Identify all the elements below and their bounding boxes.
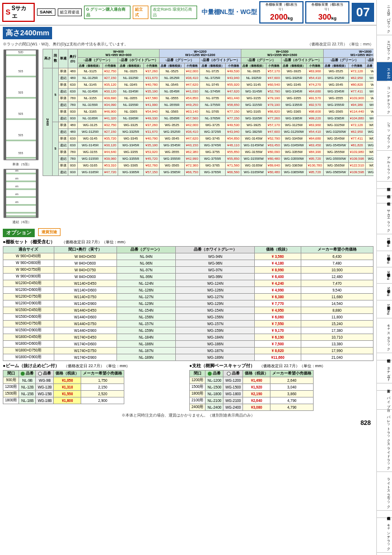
sidebar-item-6[interactable]: アルミラック <box>377 151 392 182</box>
th-beam-maguchi: 間口 <box>3 370 19 377</box>
diagram-area: 52D 505 505 505 505 555 2400 単体（5段） <box>3 49 41 225</box>
table-row: 連結 780 NL-3155R¥34,090 NL-3355R¥41,990 N… <box>43 101 374 108</box>
support-row: 1500用NL-1500WG-1500¥1,9203,040 <box>190 383 314 390</box>
th-support-maker: メーカー希望小売価格 <box>270 370 314 377</box>
th-price-col: 品番（価格税抜） <box>78 63 103 68</box>
shelf-set-title: ●棚板セット（棚受含む） （価格改定日 22.7月）（単位：mm） <box>3 239 374 245</box>
th-beam-maker: メーカー希望小売価格 <box>81 370 124 377</box>
logo-text: Sサカエ <box>12 4 31 20</box>
shelf-row: W1800×D900用W1740×D900NL-189NWG-189N¥11,6… <box>3 354 374 360</box>
sidebar-item-13[interactable]: 中軽量棚300kg <box>377 267 392 284</box>
th-green-model: 品番（グリーン） <box>116 246 176 253</box>
shelf-row: W1500×D750用W1440×D750NL-157NWG-157N¥ 7,5… <box>3 320 374 327</box>
sidebar-item-14[interactable]: 中量棚500kg <box>377 284 392 300</box>
support-row: 2400用NL-2400WG-2400¥3,0804,790 <box>190 404 314 410</box>
shelf-row: W1200×D450用W1140×D450NL-124NWG-124N¥ 4,2… <box>3 280 374 286</box>
sidebar-item-2[interactable]: スーパーラック <box>377 35 392 62</box>
sidebar-item-8[interactable]: 物品棚 <box>377 189 392 196</box>
logo-s-icon: S <box>6 8 11 16</box>
weight2-label: 各棚板荷重（棚1枚当り） <box>309 3 346 12</box>
weight-box-2: 各棚板荷重（棚1枚当り） 300kg <box>305 1 349 24</box>
table-row: 単体 780 NL-3155¥39,690 NL-3355¥47,580 NL-… <box>43 95 374 101</box>
shelf-row: W1200×D900用W1140×D900NL-129NWG-129N¥ 7,7… <box>3 300 374 307</box>
th-nl-green: ○品番（グリーン） <box>78 57 118 63</box>
svg-rect-1 <box>5 54 37 56</box>
sidebar-item-10[interactable]: サカエラック <box>377 203 392 234</box>
weight1-val: 2000 <box>270 12 287 21</box>
table-row-wg: 単体 780 WG-3155¥44,640 WG-3355¥53,920 WG-… <box>43 149 374 155</box>
weight1-label: 各棚板荷重（棚1枚当り） <box>263 3 300 12</box>
th-price-col4: 品番（価格税抜） <box>199 63 226 68</box>
sidebar-item-19[interactable]: 書架 <box>377 383 392 391</box>
sidebar-item-16[interactable]: キャスタラック <box>377 318 392 353</box>
th-maker-col4: 小売価格 <box>226 63 241 68</box>
sidebar-item-9[interactable]: 軽量棚 <box>377 196 392 203</box>
dan5-cell: 5 <box>53 68 59 122</box>
price-note: （価格改定日 22.7月）（単位：mm） <box>307 41 374 47</box>
sidebar-item-23[interactable]: 長尺収納棚 <box>377 511 392 518</box>
svg-rect-25 <box>36 169 38 218</box>
support-row: 1800用NL-1800WG-1800¥2,1903,860 <box>190 390 314 397</box>
th-support-maguchi: 間口 <box>190 370 206 377</box>
th-height: 高さ <box>43 49 53 68</box>
table-row-wg: 単体 930 WG-3165¥53,310 WG-3365¥62,760 WG-… <box>43 162 374 169</box>
svg-text:405: 405 <box>15 193 19 196</box>
th-price-col8: 品番（価格税抜） <box>365 63 374 68</box>
weight-box-1: 各棚板荷重（棚1枚当り） 2000kg <box>259 1 304 24</box>
th-maker-col5: 小売価格 <box>267 63 282 68</box>
sidebar-item-3[interactable]: スチール棚 <box>377 62 392 81</box>
shelf-row: W1500×D900用W1440×D900NL-159NWG-159N¥ 9,1… <box>3 327 374 334</box>
support-row: 2100用NL-2100WG-2100¥2,6404,790 <box>190 397 314 404</box>
options-section: オプション 連貨別途 ●棚板セット（棚受含む） （価格改定日 22.7月）（単位… <box>3 227 374 361</box>
badge-assemble: 組立式 <box>133 6 148 19</box>
sidebar-item-12[interactable]: 中軽量棚200kg <box>377 251 392 267</box>
th-support-white: 品番 <box>223 370 243 377</box>
shelf-row: W1500×D600用W1440×D600NL-156NWG-156N¥ 6,0… <box>3 313 374 320</box>
sidebar-item-24[interactable]: キャンチラック <box>377 518 392 553</box>
svg-rect-5 <box>5 140 37 141</box>
support-row: 1200用NL-1200WG-1200¥1,4902,640 <box>190 377 314 383</box>
svg-text:505: 505 <box>18 133 24 137</box>
svg-rect-16 <box>4 169 38 218</box>
sidebar-item-22[interactable]: ライトスラーラック <box>377 472 392 511</box>
th-wg-green2: ○品番（グリーン） <box>160 57 200 63</box>
badge-green: G グリーン購入適合商品 <box>84 6 130 19</box>
sidebar-item-11[interactable]: 中軽量棚150kg <box>377 234 392 251</box>
th-wg4-white: ○品番（ホワイトグレー） <box>365 57 374 63</box>
sidebar-item-15[interactable]: 重量棚1000kg <box>377 300 392 319</box>
beam-row: 1200用NL-12BWG-12B¥1,3102,150 <box>3 383 124 390</box>
beam-table: 間口 品番 品番 価格（税抜） メーカー希望小売価格 900用NL-9BWG-9… <box>3 370 124 404</box>
th-dantype: 単連 <box>59 49 68 68</box>
table-row: 単体 930 NL-3165¥46,900 NL-3365¥54,940 NL-… <box>43 108 374 115</box>
sidebar-item-17[interactable]: 間仕切棚 <box>377 353 392 360</box>
th-white-model: 品番（ホワイトグレー） <box>176 246 255 253</box>
th-w1800: W=1800W1=1855 W2=1800 <box>323 49 374 57</box>
height-cell: 2400 <box>43 68 53 175</box>
sidebar-item-5[interactable]: ショップラック <box>377 116 392 151</box>
sidebar-item-1[interactable]: ニューCSパーラック <box>377 0 392 35</box>
th-price-col3: 品番（価格税抜） <box>160 63 185 68</box>
shelf-row: W1200×D750用W1140×D750NL-127NWG-127N¥ 6,3… <box>3 293 374 300</box>
table-row-wg: 連結 630 WG-3145R¥30,120 WG-3345R¥35,190 W… <box>43 142 374 149</box>
table-row-wg: 5 単体 480 WG-3125¥32,750 WG-3325¥37,260 W… <box>43 122 374 128</box>
sidebar-item-20[interactable]: パイプ台 <box>377 391 392 410</box>
svg-text:405: 405 <box>15 169 19 172</box>
support-title: ●支柱（樹脚ベースキャップ付） <box>189 363 255 368</box>
sidebar-item-21[interactable]: パレットラック・スライドラック <box>377 410 392 472</box>
support-table: 間口 品番 品番 価格（税抜） メーカー希望小売価格 1200用NL-1200W… <box>189 370 314 411</box>
product-name: 中量棚NL型・WG型 <box>202 8 258 16</box>
th-maker-col7: 小売価格 <box>348 63 365 68</box>
main-content: ※ラックの間口(W1・W2)、奥行(D)は支柱の外寸法を表示しています。 （価格… <box>0 40 376 426</box>
diagram-label-single: 単体（5段） <box>3 162 41 167</box>
sidebar-item-18[interactable]: タナガード <box>377 360 392 383</box>
th-dimension: 間口×奥行（実寸） <box>54 246 116 253</box>
table-row-wg: 連結 480 WG-3125R¥27,150 WG-3325R¥31,670 W… <box>43 128 374 135</box>
svg-rect-17 <box>5 173 37 174</box>
th-maker-col3: 小売価格 <box>185 63 200 68</box>
main-product-table: 高さ 段数 単連 奥行(D) W=900W1=955 W2=900 W=1200… <box>43 49 374 176</box>
sidebar-item-4[interactable]: コンテナラック <box>377 81 392 116</box>
svg-rect-23 <box>5 215 37 217</box>
shelf-row: W 900×D450用W 840×D450NL-94NWG-94N¥ 3,560… <box>3 253 374 260</box>
sidebar-item-7[interactable]: 開放棚 <box>377 182 392 189</box>
th-nl3-green: ○品番（グリーン） <box>241 57 282 63</box>
